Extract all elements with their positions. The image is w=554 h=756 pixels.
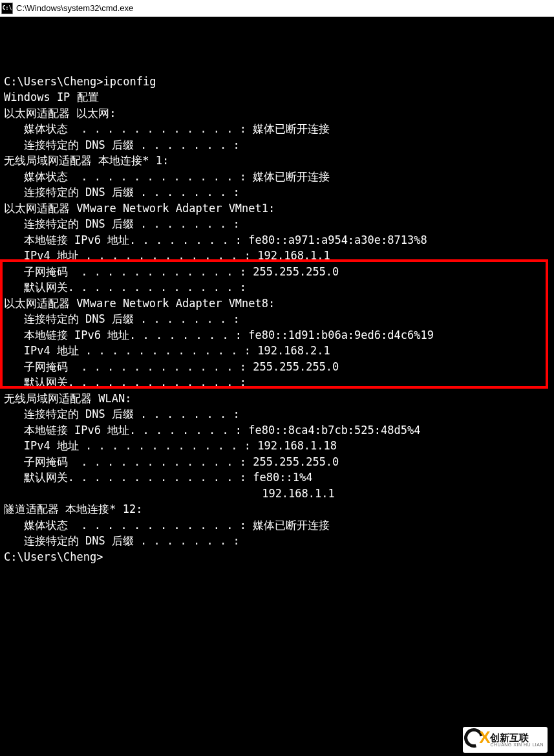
adapter-detail: 连接特定的 DNS 后缀 . . . . . . . : xyxy=(4,137,551,153)
adapter-title: 无线局域网适配器 本地连接* 1: xyxy=(4,153,551,169)
adapter-title: 以太网适配器 以太网: xyxy=(4,105,551,122)
adapter-detail: 子网掩码 . . . . . . . . . . . . : 255.255.2… xyxy=(4,264,551,280)
prompt-line: C:\Users\Cheng> xyxy=(4,549,551,565)
watermark-logo: X 创新互联 CHUANG XIN HU LIAN xyxy=(463,727,548,753)
watermark-logo-mark: X xyxy=(464,728,487,751)
adapter-title: 无线局域网适配器 WLAN: xyxy=(4,391,551,407)
adapter-detail: IPv4 地址 . . . . . . . . . . . . : 192.16… xyxy=(4,343,551,359)
adapter-detail: 默认网关. . . . . . . . . . . . . : xyxy=(4,279,551,296)
adapter-detail: 连接特定的 DNS 后缀 . . . . . . . : xyxy=(4,184,551,200)
terminal-output[interactable]: X 创新互联 CHUANG XIN HU LIAN C:\Users\Cheng… xyxy=(0,17,554,756)
adapter-detail: IPv4 地址 . . . . . . . . . . . . : 192.16… xyxy=(4,248,551,264)
adapter-title: 以太网适配器 VMware Network Adapter VMnet8: xyxy=(4,296,551,312)
window-title: C:\Windows\system32\cmd.exe xyxy=(16,3,133,13)
cmd-icon: C:\ xyxy=(2,3,12,14)
watermark-text-cn: 创新互联 xyxy=(490,733,544,742)
adapter-detail: 本地链接 IPv6 地址. . . . . . . . : fe80::a971… xyxy=(4,232,551,248)
adapter-detail: 本地链接 IPv6 地址. . . . . . . . : fe80::8ca4… xyxy=(4,422,551,438)
adapter-detail: 媒体状态 . . . . . . . . . . . . : 媒体已断开连接 xyxy=(4,169,551,185)
window-titlebar[interactable]: C:\ C:\Windows\system32\cmd.exe xyxy=(0,0,554,17)
adapter-detail: 连接特定的 DNS 后缀 . . . . . . . : xyxy=(4,216,551,232)
adapter-detail: 本地链接 IPv6 地址. . . . . . . . : fe80::1d91… xyxy=(4,327,551,343)
adapter-title: 隧道适配器 本地连接* 12: xyxy=(4,501,551,517)
adapter-detail: 子网掩码 . . . . . . . . . . . . : 255.255.2… xyxy=(4,359,551,375)
adapter-detail: 192.168.1.1 xyxy=(4,486,551,502)
ipconfig-header: Windows IP 配置 xyxy=(4,89,551,105)
adapter-detail: 连接特定的 DNS 后缀 . . . . . . . : xyxy=(4,533,551,549)
adapter-detail: IPv4 地址 . . . . . . . . . . . . : 192.16… xyxy=(4,438,551,454)
adapter-detail: 默认网关. . . . . . . . . . . . . : xyxy=(4,374,551,391)
adapter-detail: 连接特定的 DNS 后缀 . . . . . . . : xyxy=(4,406,551,422)
adapter-detail: 子网掩码 . . . . . . . . . . . . : 255.255.2… xyxy=(4,454,551,470)
adapter-detail: 默认网关. . . . . . . . . . . . . : fe80::1%… xyxy=(4,470,551,486)
adapter-detail: 媒体状态 . . . . . . . . . . . . : 媒体已断开连接 xyxy=(4,121,551,137)
adapter-detail: 连接特定的 DNS 后缀 . . . . . . . : xyxy=(4,311,551,327)
adapter-detail: 媒体状态 . . . . . . . . . . . . : 媒体已断开连接 xyxy=(4,517,551,534)
prompt-line: C:\Users\Cheng>ipconfig xyxy=(4,74,551,90)
adapter-title: 以太网适配器 VMware Network Adapter VMnet1: xyxy=(4,200,551,217)
